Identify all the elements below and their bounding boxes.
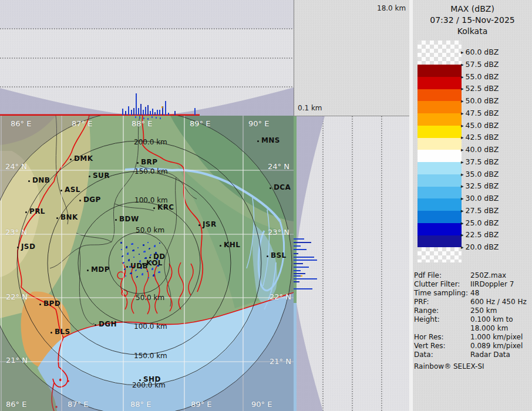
colorbar-band	[417, 113, 462, 126]
clutter-dot	[142, 274, 143, 275]
clutter-dot	[132, 250, 133, 251]
echo-spike	[122, 109, 123, 115]
clutter-dot	[139, 117, 140, 119]
clutter-dot	[122, 256, 123, 257]
radar-display-window: 18.0 km 0.1 km	[0, 0, 532, 411]
colorbar-tick-label: ▸20.0 dBZ	[461, 243, 499, 251]
tick-arrow-icon: ▸	[461, 232, 464, 238]
height-axis-min-label: 0.1 km	[298, 104, 322, 112]
echo-dash	[294, 238, 304, 240]
colorbar-band	[417, 162, 462, 174]
info-row: Time sampling:48	[414, 289, 531, 298]
info-label: Vert Res:	[414, 342, 470, 351]
city-dot	[267, 255, 268, 257]
clutter-dot	[159, 242, 160, 244]
colorbar-transparent-top	[417, 41, 462, 65]
city-dot	[89, 176, 90, 177]
info-label: Clutter Filter:	[414, 280, 470, 289]
tick-arrow-icon: ▸	[461, 74, 464, 80]
info-label: Data:	[414, 351, 470, 359]
colorbar-tick-label: ▸30.0 dBZ	[461, 194, 499, 203]
colorbar-tick-label: ▸47.5 dBZ	[461, 109, 499, 117]
info-label: Range:	[414, 306, 470, 315]
info-row: Height:0.100 km to 18.000 km	[414, 315, 531, 333]
echo-spike	[150, 111, 151, 115]
echo-spike	[194, 108, 196, 115]
city-dot	[17, 247, 19, 248]
echo-dash	[294, 257, 314, 258]
info-label: Pdf File:	[414, 271, 470, 280]
echo-spike	[143, 110, 144, 115]
colorbar-tick-label: ▸50.0 dBZ	[461, 97, 499, 105]
info-row: Vert Res:0.089 km/pixel	[414, 342, 531, 351]
clutter-dot	[136, 277, 137, 278]
city-dot	[142, 263, 144, 265]
clutter-dot	[154, 245, 156, 247]
tick-arrow-icon: ▸	[461, 62, 464, 68]
clutter-dot	[156, 258, 158, 260]
info-value: 250 km	[470, 306, 497, 315]
echo-spike	[159, 110, 160, 115]
top-echo-yellow-dot	[161, 106, 163, 108]
info-label: Time sampling:	[414, 289, 470, 298]
colorbar-tick-label: ▸32.5 dBZ	[461, 182, 499, 190]
clutter-dot	[129, 266, 131, 268]
echo-dash	[294, 260, 317, 261]
tick-arrow-icon: ▸	[461, 110, 464, 116]
clutter-dot	[149, 248, 150, 250]
info-value: 1.000 km/pixel	[470, 333, 523, 342]
clutter-dot	[144, 258, 146, 259]
echo-spike	[140, 104, 142, 115]
clutter-dot	[127, 253, 129, 255]
colorbar-tick-label: ▸52.5 dBZ	[461, 85, 499, 93]
legend-panel: MAX (dBZ) 07:32 / 15-Nov-2025 Kolkata ▸6…	[413, 0, 532, 411]
echo-spike	[147, 105, 149, 115]
clutter-dot	[155, 252, 157, 254]
colorbar-band	[417, 174, 462, 187]
clutter-dot	[126, 247, 127, 248]
colorbar-tick-label: ▸37.5 dBZ	[461, 158, 499, 166]
colorbar-band	[417, 211, 462, 223]
info-label: Height:	[414, 315, 470, 333]
echo-spike	[168, 113, 169, 115]
top-height-profile-panel	[0, 0, 294, 116]
echo-spike	[131, 110, 132, 115]
city-dot	[50, 332, 52, 333]
map-edge-sea-strip	[294, 303, 297, 411]
echo-spike	[138, 108, 139, 115]
clutter-dot	[143, 117, 144, 119]
city-dot	[126, 266, 128, 268]
info-row: Clutter Filter:IIRDoppler 7	[414, 280, 531, 289]
echo-dash	[294, 245, 301, 247]
colorbar-tick-label: ▸35.0 dBZ	[461, 170, 499, 178]
echo-dash	[294, 253, 298, 254]
side-echo-yellow-dot	[301, 275, 302, 277]
colorbar-tick-label: ▸55.0 dBZ	[461, 73, 499, 81]
info-row: Hor Res:1.000 km/pixel	[414, 333, 531, 342]
blind-zone-bottom-wedge	[294, 282, 323, 411]
colorbar-band	[417, 89, 462, 102]
colorbar-band	[417, 77, 462, 89]
clutter-dot	[131, 244, 132, 245]
radar-map[interactable]: 86° E87° E88° E89° E90° E86° E87° E88° E…	[0, 116, 294, 411]
tick-arrow-icon: ▸	[461, 98, 464, 104]
echo-dash	[294, 267, 309, 268]
info-label: Hor Res:	[414, 333, 470, 342]
city-dot	[153, 207, 155, 209]
tick-arrow-icon: ▸	[461, 196, 464, 201]
info-row: Pdf File:250Z.max	[414, 271, 531, 280]
clutter-dot	[146, 264, 147, 265]
top-profile-canvas	[0, 0, 294, 116]
side-profile-canvas	[294, 116, 409, 411]
colorbar-band	[417, 65, 462, 77]
echo-dash	[294, 281, 299, 282]
clutter-dot	[133, 257, 134, 258]
clutter-dot	[151, 116, 153, 118]
info-row: Range:250 km	[414, 306, 531, 315]
clutter-dot	[123, 262, 124, 264]
clutter-dot	[124, 269, 125, 270]
tick-arrow-icon: ▸	[461, 244, 464, 250]
software-brand: Rainbow® SELEX-SI	[414, 362, 484, 370]
clutter-dot	[134, 263, 136, 264]
info-value: 250Z.max	[470, 271, 506, 280]
